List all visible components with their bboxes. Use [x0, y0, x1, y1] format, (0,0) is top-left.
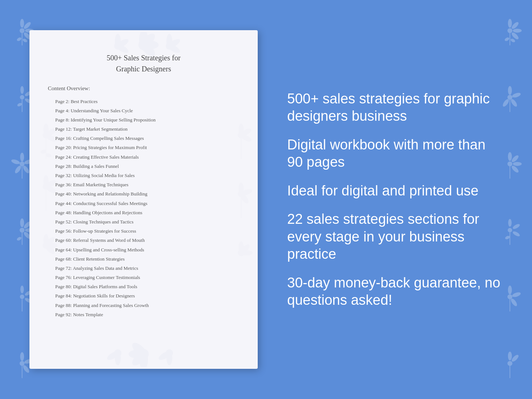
toc-item: Page 64: Upselling and Cross-selling Met…	[48, 245, 239, 254]
svg-point-96	[166, 349, 173, 357]
svg-point-90	[138, 349, 149, 359]
toc-item: Page 8: Identifying Your Unique Selling …	[48, 115, 239, 124]
toc-item: Page 20: Pricing Strategies for Maximum …	[48, 143, 239, 152]
document-content: 500+ Sales Strategies for Graphic Design…	[29, 30, 258, 342]
toc-item: Page 24: Creating Effective Sales Materi…	[48, 152, 239, 162]
toc-item: Page 72: Analyzing Sales Data and Metric…	[48, 264, 239, 273]
toc-item: Page 44: Conducting Successful Sales Mee…	[48, 199, 239, 208]
toc-item: Page 92: Notes Template	[48, 310, 239, 319]
document-panel: 500+ Sales Strategies for Graphic Design…	[29, 30, 258, 369]
toc-item: Page 52: Closing Techniques and Tactics	[48, 217, 239, 226]
feature-text-1: 500+ sales strategies for graphic design…	[287, 90, 503, 125]
main-layout: 500+ Sales Strategies for Graphic Design…	[0, 0, 532, 399]
toc-item: Page 2: Best Practices	[48, 97, 239, 106]
toc-item: Page 12: Target Market Segmentation	[48, 125, 239, 134]
toc-list: Page 2: Best PracticesPage 4: Understand…	[48, 97, 239, 319]
features-panel: 500+ sales strategies for graphic design…	[280, 90, 503, 309]
svg-point-93	[114, 349, 121, 357]
toc-item: Page 60: Referral Systems and Word of Mo…	[48, 236, 239, 245]
toc-item: Page 48: Handling Objections and Rejecti…	[48, 208, 239, 217]
feature-text-2: Digital workbook with more than 90 pages	[287, 136, 503, 171]
toc-item: Page 40: Networking and Relationship Bui…	[48, 190, 239, 199]
feature-text-5: 30-day money-back guarantee, no question…	[287, 274, 503, 309]
toc-heading: Content Overview:	[48, 85, 239, 92]
toc-item: Page 28: Building a Sales Funnel	[48, 162, 239, 171]
toc-item: Page 84: Negotiation Skills for Designer…	[48, 292, 239, 301]
toc-item: Page 68: Client Retention Strategies	[48, 254, 239, 264]
watermark-bottom	[29, 339, 258, 369]
toc-item: Page 4: Understanding Your Sales Cycle	[48, 106, 239, 115]
toc-item: Page 56: Follow-up Strategies for Succes…	[48, 227, 239, 236]
toc-item: Page 80: Digital Sales Platforms and Too…	[48, 282, 239, 292]
toc-item: Page 16: Crafting Compelling Sales Messa…	[48, 134, 239, 143]
feature-text-4: 22 sales strategies sections for every s…	[287, 211, 503, 263]
toc-item: Page 88: Planning and Forecasting Sales …	[48, 301, 239, 310]
document-title: 500+ Sales Strategies for Graphic Design…	[48, 52, 239, 74]
toc-item: Page 76: Leveraging Customer Testimonial…	[48, 273, 239, 282]
toc-item: Page 36: Email Marketing Techniques	[48, 180, 239, 190]
toc-item: Page 32: Utilizing Social Media for Sale…	[48, 171, 239, 180]
feature-text-3: Ideal for digital and printed use	[287, 182, 503, 200]
